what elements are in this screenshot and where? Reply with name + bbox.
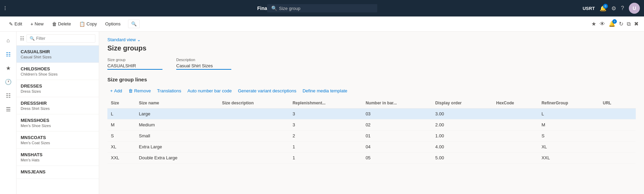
col-name: Size name (136, 98, 219, 109)
generate-variants-button[interactable]: Generate variant descriptions (235, 87, 299, 95)
nav-recent[interactable]: 🕐 (2, 76, 14, 88)
view-selector[interactable]: Standard view ⌄ (107, 37, 636, 42)
table-row[interactable]: M Medium 3 02 2.00 M (107, 119, 636, 130)
edit-button[interactable]: ✎ Edit (6, 19, 25, 29)
cell-number: 04 (362, 141, 432, 152)
filter-icon[interactable]: ☷ (20, 36, 24, 41)
close-icon[interactable]: ✖ (634, 21, 638, 27)
table-toolbar: + Add 🗑 Remove Translations Auto number … (107, 87, 636, 95)
cell-hexcode (493, 109, 538, 119)
list-items: CASUALSHIR Casual Shirt Sizes CHILDSHOES… (17, 46, 99, 194)
copy-icon: 📋 (79, 21, 85, 27)
table-row[interactable]: XL Extra Large 1 04 4.00 XL (107, 141, 636, 152)
translations-button[interactable]: Translations (154, 87, 184, 95)
copy-button[interactable]: 📋 Copy (76, 19, 100, 29)
new-icon: + (30, 21, 33, 27)
nav-modules[interactable]: ☰ (2, 103, 14, 115)
notification-icon[interactable]: 🔔 0 (600, 5, 606, 12)
cell-url (599, 152, 627, 163)
favorite-icon[interactable]: ★ (591, 21, 596, 27)
cell-size: L (107, 109, 136, 119)
list-item[interactable]: DRESSSHIR Dress Shirt Sizes (17, 97, 99, 114)
list-search-icon: 🔍 (30, 36, 35, 41)
edit-icon: ✎ (9, 21, 13, 27)
col-replenishment: Replenishment... (289, 98, 362, 109)
nav-home[interactable]: ⌂ (2, 34, 14, 47)
cell-hexcode (493, 130, 538, 141)
cell-number: 02 (362, 119, 432, 130)
cell-more (627, 152, 636, 163)
remove-button[interactable]: 🗑 Remove (126, 87, 154, 95)
list-filter-box[interactable]: 🔍 (27, 34, 95, 43)
new-button[interactable]: + New (27, 19, 47, 29)
table-row[interactable]: S Small 2 01 1.00 S (107, 130, 636, 141)
cell-replenishment: 1 (289, 141, 362, 152)
search-button[interactable]: 🔍 (128, 20, 140, 28)
cell-number: 01 (362, 130, 432, 141)
top-bar: ⁝ Finance and Operations Preview 🔍 USRT … (0, 0, 644, 16)
expand-icon[interactable]: ⧉ (627, 21, 631, 27)
list-item[interactable]: MNSCOATS Men's Coat Sizes (17, 132, 99, 149)
col-url: URL (599, 98, 627, 109)
cell-url (599, 119, 627, 130)
list-item[interactable]: MNSJEANS (17, 166, 99, 179)
size-group-table: Size Size name Size description Replenis… (107, 98, 636, 163)
cell-replenishment: 3 (289, 109, 362, 119)
description-value[interactable]: Casual Shirt Sizes (176, 62, 231, 70)
add-button[interactable]: + Add (107, 87, 125, 95)
nav-filter[interactable]: ☷ (2, 48, 14, 60)
nav-icons: ⌂ ☷ ★ 🕐 ☷ ☰ (0, 32, 17, 194)
col-number: Number in bar... (362, 98, 432, 109)
refresh-icon[interactable]: ↻ (619, 21, 623, 27)
open-in-new-icon[interactable]: 👁 (600, 21, 605, 27)
remove-icon: 🗑 (128, 88, 133, 93)
description-label: Description (176, 58, 231, 62)
list-filter-input[interactable] (36, 36, 92, 41)
cell-refiner: XL (538, 141, 599, 152)
delete-button[interactable]: 🗑 Delete (49, 19, 75, 29)
settings-icon[interactable]: ⚙ (611, 5, 616, 12)
avatar[interactable]: U (629, 3, 640, 14)
cell-more (627, 130, 636, 141)
options-button[interactable]: Options (102, 19, 124, 28)
global-search-input[interactable] (279, 6, 355, 11)
notification-bell-icon[interactable]: 🔔 0 (609, 21, 615, 27)
grid-icon[interactable]: ⁝ (4, 4, 6, 12)
global-search-box[interactable]: 🔍 (267, 4, 377, 12)
cell-hexcode (493, 119, 538, 130)
cell-desc (219, 152, 289, 163)
define-media-button[interactable]: Define media template (300, 87, 350, 95)
cell-name: Medium (136, 119, 219, 130)
cell-url (599, 130, 627, 141)
main-layout: ⌂ ☷ ★ 🕐 ☷ ☰ ☷ 🔍 CASUALSHIR Casual Shirt … (0, 32, 644, 194)
cell-name: Small (136, 130, 219, 141)
list-item[interactable]: CHILDSHOES Children's Shoe Sizes (17, 63, 99, 80)
section-title: Size group lines (107, 77, 636, 82)
cell-display-order: 5.00 (432, 152, 493, 163)
cell-size: M (107, 119, 136, 130)
nav-workspaces[interactable]: ☷ (2, 89, 14, 102)
cell-display-order: 1.00 (432, 130, 493, 141)
list-item[interactable]: DRESSES Dress Sizes (17, 80, 99, 97)
cell-more (627, 109, 636, 119)
table-row[interactable]: L Large 3 03 3.00 L (107, 109, 636, 119)
cell-name: Extra Large (136, 141, 219, 152)
cell-more (627, 141, 636, 152)
size-group-value[interactable]: CASUALSHIR (107, 62, 162, 70)
cell-hexcode (493, 152, 538, 163)
cell-replenishment: 2 (289, 130, 362, 141)
cell-size: XL (107, 141, 136, 152)
cell-number: 05 (362, 152, 432, 163)
list-item[interactable]: MENSSHOES Men's Shoe Sizes (17, 114, 99, 132)
command-bar: ✎ Edit + New 🗑 Delete 📋 Copy Options 🔍 ★… (0, 16, 644, 32)
list-item[interactable]: MNSHATS Men's Hats (17, 149, 99, 166)
list-item[interactable]: CASUALSHIR Casual Shirt Sizes (17, 46, 99, 63)
auto-number-button[interactable]: Auto number bar code (184, 87, 234, 95)
user-badge: USRT (583, 6, 595, 11)
nav-favorites[interactable]: ★ (2, 62, 14, 74)
col-size: Size (107, 98, 136, 109)
help-icon[interactable]: ? (621, 5, 624, 11)
table-row[interactable]: XXL Double Extra Large 1 05 5.00 XXL (107, 152, 636, 163)
cell-display-order: 3.00 (432, 109, 493, 119)
search-icon: 🔍 (271, 5, 277, 11)
